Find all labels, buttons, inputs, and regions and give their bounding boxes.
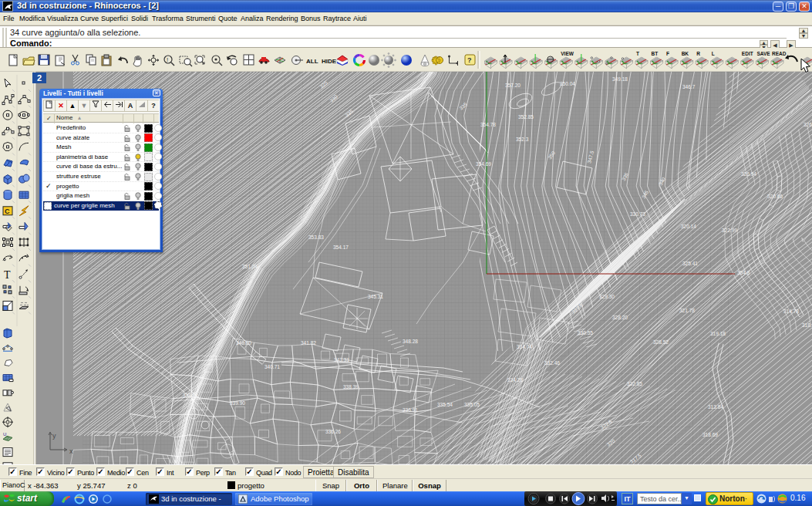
svg-text:BK: BK (682, 51, 689, 56)
svg-text:320.14: 320.14 (681, 224, 696, 229)
svg-text:334.28: 334.28 (507, 377, 523, 383)
svg-text:346.7: 346.7 (682, 84, 696, 89)
svg-text:330.73: 330.73 (630, 211, 645, 217)
svg-text:T: T (4, 269, 11, 281)
svg-text:353.83: 353.83 (308, 234, 324, 240)
svg-text:326.1: 326.1 (804, 122, 812, 127)
svg-text:329.30: 329.30 (599, 294, 615, 299)
svg-text:T: T (636, 51, 639, 56)
svg-text:357.20: 357.20 (505, 83, 521, 88)
svg-text:HIDE: HIDE (322, 58, 337, 65)
svg-text:314.78: 314.78 (783, 309, 799, 314)
svg-text:348.28: 348.28 (403, 339, 418, 344)
svg-text:340.71: 340.71 (264, 364, 280, 369)
svg-text:320.66: 320.66 (767, 194, 783, 199)
svg-text:321.78: 321.78 (679, 308, 695, 313)
svg-text:328.20: 328.20 (612, 315, 628, 320)
svg-text:349.18: 349.18 (612, 76, 628, 82)
svg-text:325.41: 325.41 (682, 261, 698, 266)
svg-text:SAVE: SAVE (756, 51, 770, 56)
svg-text:352.85: 352.85 (518, 114, 534, 120)
svg-text:y: y (52, 432, 56, 440)
svg-text:354.69: 354.69 (476, 161, 491, 167)
svg-text:F: F (666, 51, 669, 56)
svg-text:335.05: 335.05 (464, 402, 480, 407)
svg-text:341.82: 341.82 (301, 340, 316, 346)
svg-text:L: L (712, 51, 715, 56)
svg-text:348.80: 348.80 (236, 340, 251, 346)
svg-text:EDIT: EDIT (742, 51, 753, 56)
svg-text:328.52: 328.52 (653, 339, 669, 345)
svg-text:350.04: 350.04 (560, 81, 575, 86)
svg-text:VIEW: VIEW (561, 51, 574, 56)
svg-text:354.17: 354.17 (333, 245, 349, 250)
svg-text:335.54: 335.54 (437, 402, 453, 407)
svg-text:READ: READ (772, 51, 787, 56)
svg-text:345.31: 345.31 (368, 294, 383, 299)
svg-text:x: x (69, 447, 73, 455)
svg-text:352.3: 352.3 (516, 137, 529, 142)
svg-text:322.99: 322.99 (722, 228, 737, 233)
svg-text:!: ! (167, 56, 168, 63)
svg-text:318.69: 318.69 (702, 432, 718, 437)
svg-text:C: C (5, 207, 10, 215)
svg-text:?: ? (467, 56, 472, 64)
svg-text:351.24: 351.24 (242, 264, 258, 269)
svg-text:R: R (696, 51, 700, 56)
svg-text:343.31: 343.31 (334, 357, 349, 363)
svg-text:339.90: 339.90 (230, 400, 245, 406)
svg-text:319.18: 319.18 (710, 331, 726, 336)
svg-text:354.78: 354.78 (480, 122, 496, 127)
svg-text:BT: BT (652, 51, 659, 56)
svg-text:334.74: 334.74 (517, 344, 532, 349)
svg-text:338.39: 338.39 (343, 384, 359, 390)
svg-text:ALL: ALL (306, 58, 318, 65)
svg-text:U: U (3, 432, 6, 437)
svg-text:322.85: 322.85 (627, 381, 642, 386)
svg-text:330.55: 330.55 (578, 330, 593, 336)
svg-text:318.2: 318.2 (802, 322, 812, 328)
svg-text:326.94: 326.94 (741, 171, 756, 177)
svg-text:354.8: 354.8 (737, 270, 750, 275)
svg-text:336.91: 336.91 (403, 407, 418, 413)
svg-text:313.84: 313.84 (708, 404, 723, 410)
svg-text:336.26: 336.26 (325, 429, 341, 434)
svg-text:332.46: 332.46 (544, 360, 560, 366)
svg-text:339.31: 339.31 (183, 393, 198, 398)
